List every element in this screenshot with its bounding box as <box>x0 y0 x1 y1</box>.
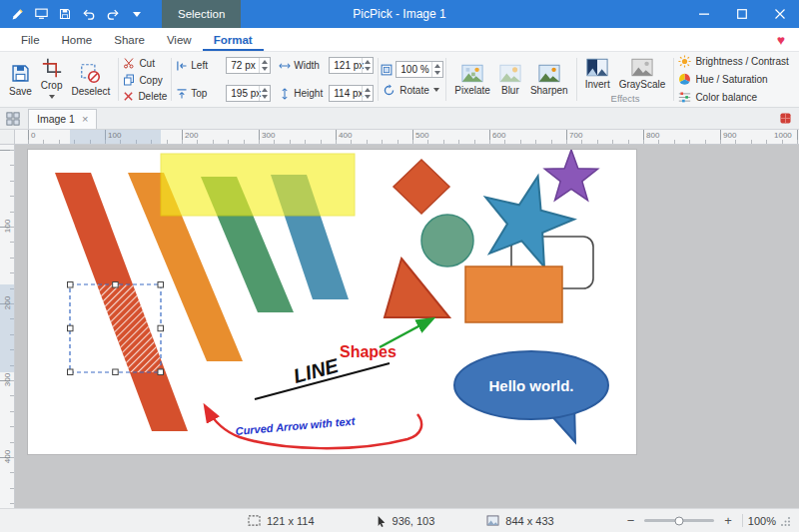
ribbon-group-clipboard: Cut Copy Delete <box>121 54 169 105</box>
selection-size-icon <box>248 515 261 526</box>
zoom-level-value[interactable]: 100% <box>748 515 776 527</box>
pixelate-icon <box>461 64 483 83</box>
horizontal-ruler[interactable]: 0 100 200 300 400 500 600 700 800 900 10… <box>15 130 799 144</box>
titlebar: Selection PicPick - Image 1 <box>0 0 799 28</box>
color-balance-button[interactable]: Color balance <box>676 90 790 105</box>
ribbon: Save Crop Deselect Cu <box>0 52 799 108</box>
crop-dropdown-icon <box>49 95 55 102</box>
copy-icon <box>123 74 135 86</box>
heart-icon[interactable]: ♥ <box>777 28 785 51</box>
zoom-scale-icon <box>381 64 393 76</box>
document-tab-image1[interactable]: Image 1 × <box>28 109 97 129</box>
ribbon-group-position-size: Left 72 px Width 121 px <box>174 54 376 105</box>
brightness-contrast-button[interactable]: Brightness / Contrast <box>676 54 790 69</box>
height-spinner[interactable] <box>362 86 373 101</box>
ribbon-separator <box>576 58 577 101</box>
width-input[interactable]: 121 px <box>329 57 374 74</box>
crop-icon <box>42 58 62 78</box>
ribbon-separator <box>378 58 379 101</box>
image-size-icon <box>486 515 499 526</box>
canvas-area[interactable]: Shapes LINE Curved Arrow with text Hello… <box>15 145 799 508</box>
cursor-icon <box>377 515 387 527</box>
close-button[interactable] <box>761 0 799 28</box>
ribbon-group-filters: Pixelate Blur Sharpen <box>448 54 573 105</box>
capture-indicator-icon[interactable] <box>780 113 791 124</box>
window-title: PicPick - Image 1 <box>353 7 445 21</box>
save-button[interactable]: Save <box>5 61 36 99</box>
maximize-button[interactable] <box>723 0 761 28</box>
left-field-row: Left 72 px <box>176 57 271 74</box>
contextual-tab-selection[interactable]: Selection <box>162 0 241 28</box>
height-field-row: Height 114 px <box>279 85 374 102</box>
app-logo-pencil-icon[interactable] <box>6 2 28 26</box>
ribbon-separator <box>673 58 674 101</box>
rotate-dropdown-icon <box>433 88 439 95</box>
orange-rect-shape <box>465 266 562 322</box>
zoom-spinner[interactable] <box>431 62 442 77</box>
delete-button[interactable]: Delete <box>121 90 169 103</box>
pixelate-button[interactable]: Pixelate <box>450 62 494 98</box>
triangle-shape <box>385 259 449 317</box>
rotate-button[interactable]: Rotate <box>381 83 443 98</box>
tab-grid-icon[interactable] <box>6 112 20 126</box>
cursor-position-indicator: 936, 103 <box>377 515 435 527</box>
tab-format[interactable]: Format <box>203 28 264 51</box>
copy-button[interactable]: Copy <box>121 73 169 87</box>
image-size-indicator: 844 x 433 <box>486 515 553 527</box>
save-quick-icon[interactable] <box>54 2 76 26</box>
height-input[interactable]: 114 px <box>329 85 374 102</box>
document-tab-bar: Image 1 × <box>0 108 799 130</box>
window-controls <box>685 0 799 28</box>
top-spinner[interactable] <box>259 86 270 101</box>
deselect-button[interactable]: Deselect <box>67 61 114 99</box>
tab-home[interactable]: Home <box>51 28 104 51</box>
grayscale-button[interactable]: GrayScale <box>615 56 670 92</box>
invert-icon <box>586 58 608 77</box>
tab-share[interactable]: Share <box>103 28 156 51</box>
cut-icon <box>123 57 135 69</box>
status-bar: 121 x 114 936, 103 844 x 433 − + 100% <box>0 508 799 532</box>
ribbon-separator <box>445 58 446 101</box>
zoom-input[interactable]: 100 % <box>396 61 443 78</box>
brightness-icon <box>678 55 691 68</box>
qat-dropdown-icon[interactable] <box>126 2 148 26</box>
workspace: 100 200 300 400 <box>0 145 799 508</box>
zoom-field-row: 100 % <box>381 61 443 78</box>
sharpen-button[interactable]: Sharpen <box>526 62 572 98</box>
tab-close-icon[interactable]: × <box>82 113 88 125</box>
drawing-canvas-svg[interactable]: Shapes LINE Curved Arrow with text Hello… <box>28 150 636 454</box>
blur-button[interactable]: Blur <box>495 62 525 98</box>
left-input[interactable]: 72 px <box>226 57 271 74</box>
top-input[interactable]: 195 px <box>226 85 271 102</box>
statusbar-separator <box>742 514 743 527</box>
zoom-out-button[interactable]: − <box>622 513 640 528</box>
cut-button[interactable]: Cut <box>121 56 169 70</box>
redo-icon[interactable] <box>102 2 124 26</box>
width-spinner[interactable] <box>362 58 373 73</box>
hue-icon <box>678 73 691 86</box>
undo-icon[interactable] <box>78 2 100 26</box>
zoom-slider-thumb[interactable] <box>675 516 684 525</box>
quick-access-toolbar <box>0 2 148 26</box>
ribbon-group-zoom-rotate: 100 % Rotate <box>381 54 443 105</box>
zoom-controls: − + 100% <box>622 513 791 528</box>
capture-monitor-icon[interactable] <box>30 2 52 26</box>
hue-saturation-button[interactable]: Hue / Saturation <box>676 72 790 87</box>
sharpen-icon <box>538 64 560 83</box>
vertical-ruler[interactable]: 100 200 300 400 <box>0 145 15 508</box>
deselect-icon <box>80 63 101 84</box>
left-spinner[interactable] <box>259 58 270 73</box>
ruler-corner <box>0 130 15 144</box>
tab-file[interactable]: File <box>10 28 51 51</box>
zoom-in-button[interactable]: + <box>719 513 737 528</box>
zoom-slider[interactable] <box>644 519 714 522</box>
invert-button[interactable]: Invert <box>581 56 614 92</box>
resize-grip-icon[interactable] <box>781 516 791 526</box>
ruler-row: 0 100 200 300 400 500 600 700 800 900 10… <box>0 130 799 145</box>
tab-view[interactable]: View <box>156 28 203 51</box>
image-canvas[interactable]: Shapes LINE Curved Arrow with text Hello… <box>28 150 636 454</box>
crop-button[interactable]: Crop <box>37 56 67 104</box>
minimize-button[interactable] <box>685 0 723 28</box>
picpick-window: Selection PicPick - Image 1 File Home Sh… <box>0 0 799 532</box>
grayscale-icon <box>631 58 653 77</box>
